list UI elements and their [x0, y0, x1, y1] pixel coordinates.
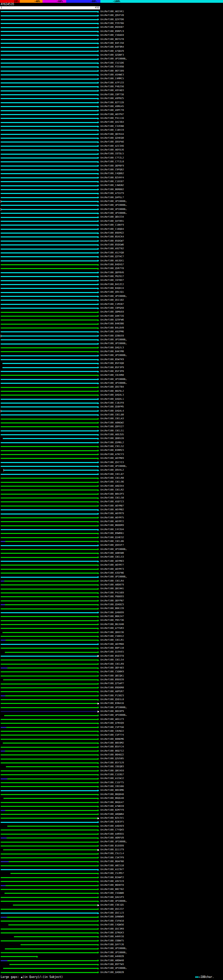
hit-row[interactable]: UniRef100_B8P110 [0, 646, 223, 650]
hit-row[interactable]: UniRef100_UPI0000… [0, 465, 223, 468]
hit-row[interactable]: UniRef100_C8CL51 [0, 429, 223, 433]
hit-row[interactable]: UniRef100_B6TGT0 [0, 38, 223, 41]
hit-row[interactable]: UniRef100_B2M7Y9 [0, 808, 223, 812]
hit-row[interactable]: UniRef100_B6K139 [0, 607, 223, 611]
hit-row[interactable]: UniRef100_UPI0000… [0, 342, 223, 345]
hit-row[interactable]: UniRef100_C8CLR9 [0, 662, 223, 666]
hit-row[interactable]: UniRef100_A0QWN4 [0, 813, 223, 816]
hit-row[interactable]: UniRef100_C5P7G6 [0, 725, 223, 729]
hit-row[interactable]: UniRef100_UPI0000… [0, 200, 223, 204]
hit-row[interactable]: UniRef100_A6IVK1 [0, 10, 223, 14]
hit-row[interactable]: UniRef100_B6AFN8 [0, 860, 223, 864]
hit-row[interactable]: UniRef100_B4LDV0 [0, 326, 223, 330]
hit-row[interactable]: UniRef100_B3N416 [0, 702, 223, 705]
hit-row[interactable]: UniRef100_B9TTW3 [0, 963, 223, 966]
hit-row[interactable]: UniRef100_B6H8Z2 [0, 753, 223, 757]
hit-row[interactable]: UniRef100_A6S173 [0, 718, 223, 721]
hit-row[interactable]: UniRef100_UPI0000… [0, 381, 223, 385]
hit-row[interactable]: UniRef100_A6YM88 [0, 643, 223, 646]
hit-row[interactable]: UniRef100_Q5CYI3 [0, 461, 223, 465]
hit-row[interactable]: UniRef100_B0VZP3 [0, 492, 223, 496]
hit-row[interactable]: UniRef100_C7YQH3 [0, 828, 223, 832]
hit-row[interactable]: UniRef100_A6YM79 [0, 512, 223, 515]
hit-row[interactable]: UniRef100_A6YM87 [0, 504, 223, 508]
hit-row[interactable]: UniRef100_Q4KTI6 [0, 314, 223, 318]
hit-row[interactable]: UniRef100_A8PGR7 [0, 690, 223, 694]
hit-row[interactable]: UniRef100_B4F9R4 [0, 45, 223, 49]
hit-row[interactable]: UniRef100_B4QHJ4 [0, 286, 223, 290]
hit-row[interactable]: UniRef100_A1CWJ2 [0, 776, 223, 780]
hit-row[interactable]: UniRef100_UPI0000… [0, 57, 223, 61]
hit-row[interactable]: UniRef100_A7SST9 [0, 192, 223, 196]
hit-row[interactable]: UniRef100_C7TZL0 [0, 160, 223, 164]
hit-row[interactable]: UniRef100_A2I3X6 [0, 144, 223, 148]
hit-row[interactable]: UniRef100_A7WDI0 [0, 805, 223, 808]
hit-row[interactable]: UniRef100_A0D079 [0, 583, 223, 587]
hit-row[interactable]: UniRef100_Q4PGL7 [0, 196, 223, 200]
hit-row[interactable]: UniRef100_A5DTI3 [0, 500, 223, 504]
hit-row[interactable]: UniRef100_Q3BU59 [0, 334, 223, 338]
hit-row[interactable]: UniRef100_C8CL86 [0, 539, 223, 543]
hit-row[interactable]: UniRef100_C5KTP9 [0, 856, 223, 860]
hit-row[interactable]: UniRef100_C0S566 [0, 784, 223, 788]
hit-row[interactable]: UniRef100_B9D6R0 [0, 686, 223, 690]
hit-row[interactable]: UniRef100_B5F3P9 [0, 366, 223, 369]
hit-row[interactable]: UniRef100_C3ZEN8 [0, 124, 223, 128]
hit-row[interactable]: UniRef100_UPI0000… [0, 294, 223, 298]
hit-row[interactable]: UniRef100_A7KCY3 [0, 453, 223, 457]
hit-row[interactable]: UniRef100_B6TI09 [0, 69, 223, 73]
hit-row[interactable]: UniRef100_A6RFU9 [0, 836, 223, 840]
hit-row[interactable]: UniRef100_Q6YK44 [0, 132, 223, 136]
hit-row[interactable]: UniRef100_Q5C1J3 [0, 911, 223, 915]
hit-row[interactable]: UniRef100_A6EZU5 [0, 433, 223, 437]
hit-row[interactable]: UniRef100_Q6EE36 [0, 631, 223, 635]
hit-row[interactable]: UniRef100_C5P774 [0, 733, 223, 737]
hit-row[interactable]: UniRef100_UPI0000… [0, 353, 223, 357]
hit-row[interactable]: UniRef100_Q6PBF9 [0, 164, 223, 168]
hit-row[interactable]: UniRef100_B6Q7I2 [0, 749, 223, 753]
hit-row[interactable]: UniRef100_C8CL54 [0, 658, 223, 662]
hit-row[interactable]: UniRef100_Q4YYJ6 [0, 943, 223, 947]
hit-row[interactable]: UniRef100_A8JDX1 [0, 259, 223, 263]
hit-row[interactable]: UniRef100_B6HHT8 [0, 883, 223, 887]
hit-row[interactable]: UniRef100_C0P738 [0, 93, 223, 97]
hit-row[interactable]: UniRef100_C8CLR4 [0, 579, 223, 583]
hit-row[interactable]: UniRef100_C8CLR2 [0, 488, 223, 492]
hit-row[interactable]: UniRef100_C1BKF9 [0, 223, 223, 227]
hit-row[interactable]: UniRef100_UPI0000… [0, 840, 223, 844]
hit-row[interactable]: UniRef100_Q3THC7 [0, 255, 223, 259]
hit-row[interactable]: UniRef100_B6Q048 [0, 792, 223, 797]
hit-row[interactable]: UniRef100_Q4QJL3 [0, 346, 223, 350]
hit-row[interactable]: UniRef100_B4N3B6 [0, 322, 223, 326]
hit-row[interactable]: UniRef100_UPI0000… [0, 966, 223, 970]
hit-row[interactable]: UniRef100_B5Y3J9 [0, 761, 223, 765]
hit-row[interactable]: UniRef100_B9WR61 [0, 531, 223, 535]
hit-row[interactable]: UniRef100_Q9SPA6 [0, 140, 223, 144]
hit-row[interactable]: UniRef100_C1MIB7 [0, 302, 223, 306]
hit-row[interactable]: UniRef100_Q6FPN7 [0, 599, 223, 603]
hit-row[interactable]: UniRef100_UPI0000… [0, 338, 223, 342]
hit-row[interactable]: UniRef100_C5GWW8 [0, 891, 223, 895]
hit-row[interactable]: UniRef100_Q2U505 [0, 757, 223, 760]
hit-row[interactable]: UniRef100_B5DGW7 [0, 239, 223, 243]
hit-row[interactable]: UniRef100_Q5D1L8 [0, 698, 223, 702]
hit-row[interactable]: UniRef100_UPI0000… [0, 947, 223, 950]
hit-row[interactable]: UniRef100_Q40899 [0, 611, 223, 615]
hit-row[interactable]: UniRef100_C7TZL2 [0, 156, 223, 160]
hit-row[interactable]: UniRef100_P41116 [0, 116, 223, 120]
hit-row[interactable]: UniRef100_P46256 [0, 85, 223, 89]
hit-row[interactable]: UniRef100_A8BVW0 [0, 551, 223, 555]
hit-row[interactable]: UniRef100_B6RB82 [0, 188, 223, 192]
hit-row[interactable]: UniRef100_A7P133 [0, 81, 223, 85]
hit-row[interactable]: UniRef100_UPI0000… [0, 212, 223, 215]
hit-row[interactable]: UniRef100_P62917 [0, 275, 223, 278]
hit-row[interactable]: UniRef100_B4FJ58 [0, 41, 223, 45]
hit-row[interactable]: UniRef100_UPI0000… [0, 575, 223, 579]
hit-row[interactable]: UniRef100_A9V319 [0, 880, 223, 883]
hit-row[interactable]: UniRef100_UPI0000… [0, 204, 223, 207]
hit-row[interactable]: UniRef100_C4WGN2 [0, 183, 223, 188]
hit-row[interactable]: UniRef100_Q7RVQ9 [0, 721, 223, 725]
hit-row[interactable]: UniRef100_Q42364 [0, 120, 223, 124]
hit-row[interactable]: UniRef100_A4H8Z8 [0, 955, 223, 958]
hit-row[interactable]: UniRef100_Q5BFM5 [0, 405, 223, 409]
